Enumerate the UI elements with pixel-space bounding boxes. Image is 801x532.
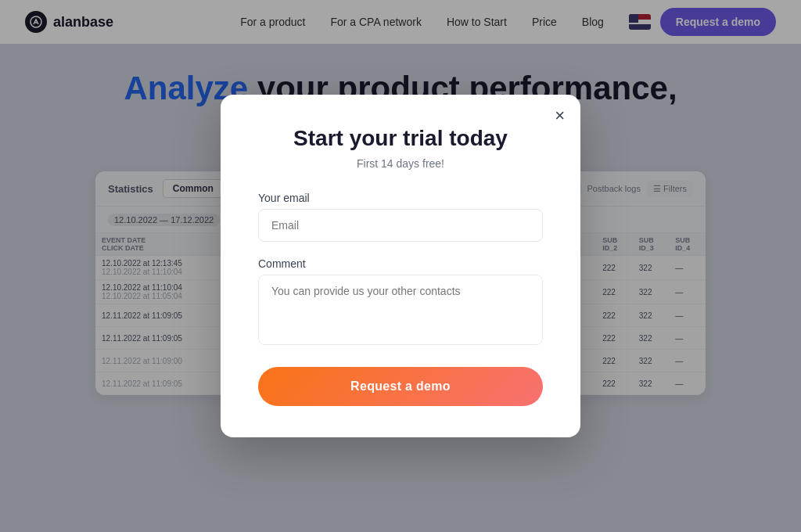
- modal-title: Start your trial today: [258, 126, 543, 151]
- modal-overlay: × Start your trial today First 14 days f…: [0, 0, 801, 532]
- trial-modal: × Start your trial today First 14 days f…: [221, 95, 580, 437]
- submit-button[interactable]: Request a demo: [258, 367, 543, 406]
- email-label: Your email: [258, 192, 543, 204]
- modal-subtitle: First 14 days free!: [258, 157, 543, 170]
- email-input[interactable]: [258, 209, 543, 242]
- comment-textarea[interactable]: [258, 275, 543, 345]
- comment-label: Comment: [258, 257, 543, 270]
- modal-close-button[interactable]: ×: [555, 107, 565, 124]
